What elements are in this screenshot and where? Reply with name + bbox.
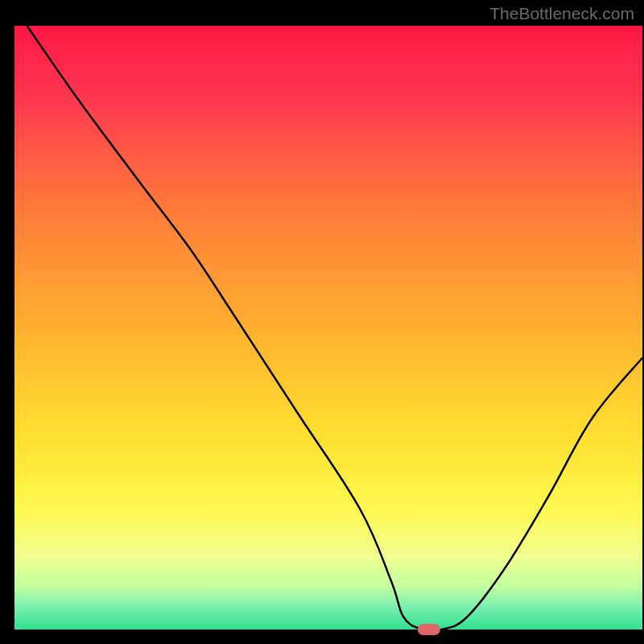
chart-container: TheBottleneck.com: [0, 0, 644, 644]
plot-background: [14, 26, 642, 630]
bottleneck-chart: [0, 0, 644, 644]
optimal-marker: [418, 624, 440, 635]
watermark-text: TheBottleneck.com: [489, 4, 634, 23]
